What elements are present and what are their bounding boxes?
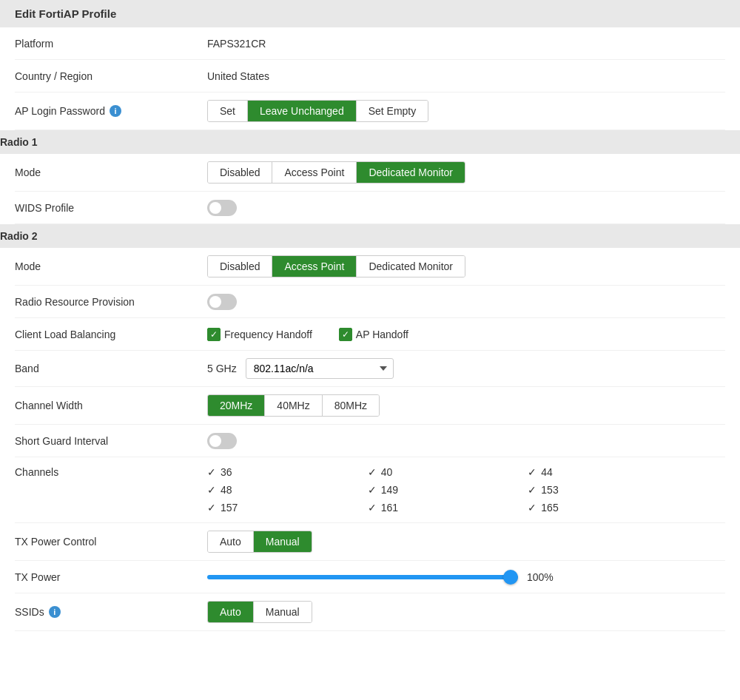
band-label: Band xyxy=(15,363,207,374)
channel-157-label: 157 xyxy=(221,502,238,514)
channel-width-btn-group: 20MHz 40MHz 80MHz xyxy=(207,394,380,417)
radio2-dedicated-monitor-button[interactable]: Dedicated Monitor xyxy=(357,256,465,277)
tx-power-control-label: TX Power Control xyxy=(15,536,207,548)
band-row: Band 5 GHz 802.11ac/n/a 802.11n/a 802.11… xyxy=(15,351,725,387)
channel-153-label: 153 xyxy=(541,484,558,496)
tx-power-auto-button[interactable]: Auto xyxy=(208,531,254,552)
channel-80-button[interactable]: 80MHz xyxy=(323,395,379,416)
platform-label: Platform xyxy=(15,38,207,50)
channel-165-label: 165 xyxy=(541,502,558,514)
ap-login-value: Set Leave Unchanged Set Empty xyxy=(207,100,428,122)
client-load-row: Client Load Balancing ✓ Frequency Handof… xyxy=(15,318,725,351)
short-guard-toggle[interactable] xyxy=(207,433,237,449)
channel-40-checkbox[interactable]: ✓ xyxy=(368,466,377,478)
channels-row: Channels ✓ 36 ✓ 40 ✓ 44 ✓ 48 xyxy=(15,457,725,523)
channel-44-checkbox[interactable]: ✓ xyxy=(528,466,536,478)
ssids-value: Auto Manual xyxy=(207,601,312,623)
ssids-btn-group: Auto Manual xyxy=(207,601,312,623)
ssids-manual-button[interactable]: Manual xyxy=(254,602,312,622)
tx-power-value: 100% xyxy=(207,571,577,583)
ap-login-btn-group: Set Leave Unchanged Set Empty xyxy=(207,100,428,122)
channel-161-item: ✓ 161 xyxy=(368,502,528,514)
channel-48-checkbox[interactable]: ✓ xyxy=(207,484,216,496)
channel-40-item: ✓ 40 xyxy=(368,466,528,478)
channel-20-button[interactable]: 20MHz xyxy=(208,395,265,416)
radio1-mode-label: Mode xyxy=(15,166,207,178)
channel-48-label: 48 xyxy=(221,484,232,496)
radio-resource-value xyxy=(207,294,237,310)
radio2-disabled-button[interactable]: Disabled xyxy=(208,256,272,277)
band-select[interactable]: 802.11ac/n/a 802.11n/a 802.11a xyxy=(246,358,394,379)
ap-login-empty-button[interactable]: Set Empty xyxy=(357,101,428,121)
ap-login-info-icon[interactable]: i xyxy=(110,105,121,117)
channel-40-button[interactable]: 40MHz xyxy=(265,395,322,416)
country-label: Country / Region xyxy=(15,70,207,82)
ap-handoff-label: AP Handoff xyxy=(356,329,408,340)
radio1-wids-row: WIDS Profile xyxy=(15,192,725,224)
channel-153-checkbox[interactable]: ✓ xyxy=(528,484,536,496)
ap-login-unchanged-button[interactable]: Leave Unchanged xyxy=(248,101,357,121)
page-title: Edit FortiAP Profile xyxy=(0,0,740,27)
radio1-wids-label: WIDS Profile xyxy=(15,202,207,214)
channel-40-label: 40 xyxy=(381,466,393,478)
ap-login-row: AP Login Password i Set Leave Unchanged … xyxy=(15,92,725,130)
radio1-mode-row: Mode Disabled Access Point Dedicated Mon… xyxy=(15,154,725,192)
tx-power-row: TX Power 100% xyxy=(15,561,725,593)
tx-power-slider-container: 100% xyxy=(207,571,577,583)
radio1-disabled-button[interactable]: Disabled xyxy=(208,162,272,183)
radio1-dedicated-monitor-button[interactable]: Dedicated Monitor xyxy=(357,162,465,183)
frequency-handoff-label: Frequency Handoff xyxy=(224,329,312,340)
channel-149-item: ✓ 149 xyxy=(368,484,528,496)
ssids-label: SSIDs i xyxy=(15,606,207,618)
radio1-wids-value xyxy=(207,200,237,216)
radio1-access-point-button[interactable]: Access Point xyxy=(272,162,357,183)
ap-handoff-item: ✓ AP Handoff xyxy=(339,328,408,341)
short-guard-slider xyxy=(207,433,237,449)
band-text: 5 GHz xyxy=(207,363,237,374)
ap-handoff-checkbox[interactable]: ✓ xyxy=(339,328,352,341)
band-value: 5 GHz 802.11ac/n/a 802.11n/a 802.11a xyxy=(207,358,394,379)
radio2-mode-label: Mode xyxy=(15,260,207,272)
ssids-auto-button[interactable]: Auto xyxy=(208,602,254,622)
platform-row: Platform FAPS321CR xyxy=(15,27,725,60)
country-value: United States xyxy=(207,70,269,82)
frequency-handoff-item: ✓ Frequency Handoff xyxy=(207,328,312,341)
tx-power-manual-button[interactable]: Manual xyxy=(254,531,312,552)
ssids-info-icon[interactable]: i xyxy=(49,606,61,618)
channel-149-checkbox[interactable]: ✓ xyxy=(368,484,377,496)
channel-157-checkbox[interactable]: ✓ xyxy=(207,502,216,514)
short-guard-value xyxy=(207,433,237,449)
short-guard-label: Short Guard Interval xyxy=(15,435,207,447)
country-row: Country / Region United States xyxy=(15,60,725,92)
channel-width-value: 20MHz 40MHz 80MHz xyxy=(207,394,380,417)
channel-149-label: 149 xyxy=(381,484,398,496)
radio1-wids-slider xyxy=(207,200,237,216)
channel-153-item: ✓ 153 xyxy=(528,484,688,496)
short-guard-row: Short Guard Interval xyxy=(15,425,725,457)
radio-resource-toggle[interactable] xyxy=(207,294,237,310)
radio2-mode-row: Mode Disabled Access Point Dedicated Mon… xyxy=(15,248,725,286)
channel-44-item: ✓ 44 xyxy=(528,466,688,478)
frequency-handoff-checkbox[interactable]: ✓ xyxy=(207,328,221,341)
channels-label: Channels xyxy=(15,466,207,478)
radio1-wids-toggle[interactable] xyxy=(207,200,237,216)
channel-161-checkbox[interactable]: ✓ xyxy=(368,502,377,514)
channel-157-item: ✓ 157 xyxy=(207,502,368,514)
radio-resource-row: Radio Resource Provision xyxy=(15,286,725,318)
channel-165-item: ✓ 165 xyxy=(528,502,688,514)
channel-36-checkbox[interactable]: ✓ xyxy=(207,466,216,478)
ap-login-set-button[interactable]: Set xyxy=(208,101,248,121)
channel-48-item: ✓ 48 xyxy=(207,484,368,496)
tx-power-control-value: Auto Manual xyxy=(207,531,312,553)
client-load-value: ✓ Frequency Handoff ✓ AP Handoff xyxy=(207,328,408,341)
radio1-section-header: Radio 1 xyxy=(0,130,740,154)
channel-width-label: Channel Width xyxy=(15,400,207,411)
radio1-mode-value: Disabled Access Point Dedicated Monitor xyxy=(207,161,465,184)
tx-power-display: 100% xyxy=(527,571,560,583)
channel-width-row: Channel Width 20MHz 40MHz 80MHz xyxy=(15,387,725,425)
tx-power-slider[interactable] xyxy=(207,575,518,579)
ssids-row: SSIDs i Auto Manual xyxy=(15,593,725,631)
channel-165-checkbox[interactable]: ✓ xyxy=(528,502,536,514)
channels-grid: ✓ 36 ✓ 40 ✓ 44 ✓ 48 ✓ 149 xyxy=(207,466,688,514)
radio2-access-point-button[interactable]: Access Point xyxy=(272,256,357,277)
